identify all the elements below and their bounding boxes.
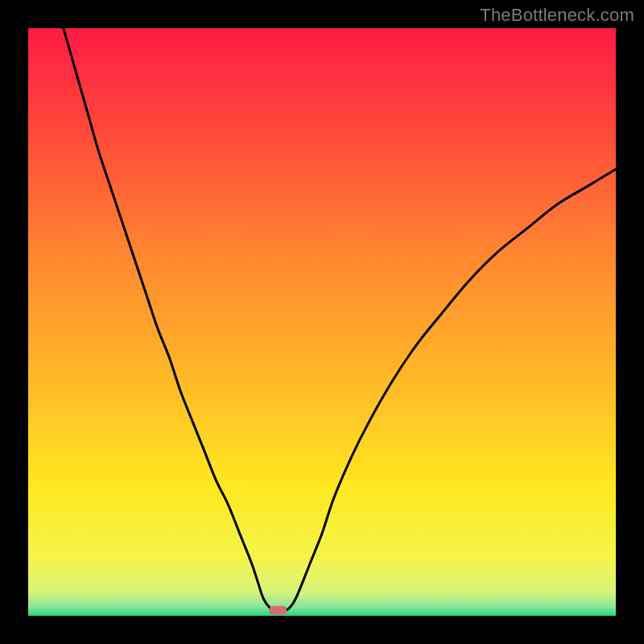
watermark-text: TheBottleneck.com — [480, 5, 634, 26]
chart-svg — [28, 28, 616, 616]
chart-frame: TheBottleneck.com — [0, 0, 644, 644]
optimal-marker — [269, 606, 287, 615]
bottleneck-curve — [64, 28, 616, 612]
